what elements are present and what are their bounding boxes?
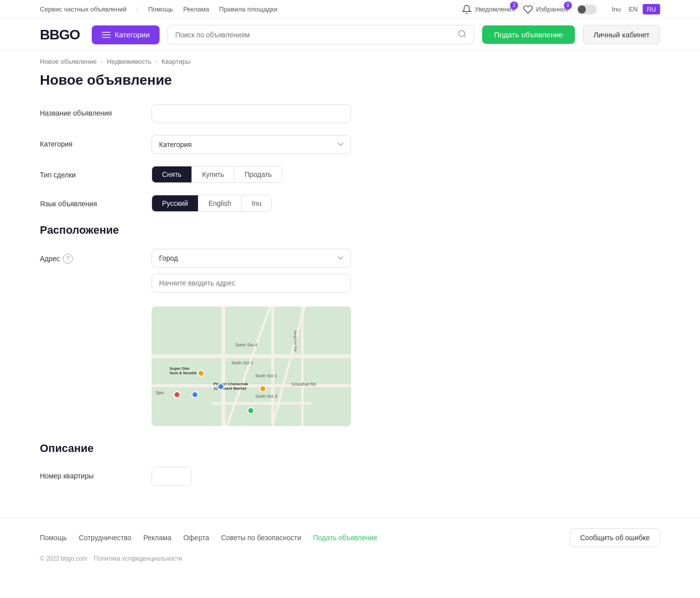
notifications-icon-group[interactable]: 2 Уведомления (462, 4, 515, 14)
categories-btn-label: Категории (115, 30, 150, 39)
privacy-link[interactable]: Политика хсnфиденциальности (94, 555, 182, 562)
map-marker-3 (259, 385, 266, 392)
title-field (152, 104, 351, 123)
search-input[interactable] (175, 31, 454, 39)
breadcrumb-item-2: Квартиры (162, 58, 190, 65)
deal-type-toggle: Снять Купить Продать (152, 166, 282, 183)
footer-link-offer[interactable]: Оферта (183, 534, 209, 542)
footer-link-cooperation[interactable]: Сотрудничество (79, 534, 131, 542)
footer-report-container: Сообщить об ошибке (570, 528, 660, 547)
apt-number-input[interactable] (152, 467, 191, 486)
service-name: Сервис частных объявлений (40, 5, 127, 13)
map-label-srisuthat: Srisuthat Rd (291, 382, 316, 387)
city-select[interactable]: Город (152, 249, 351, 268)
footer-link-post[interactable]: Подать объявление (313, 534, 377, 542)
description-section-title: Описание (40, 442, 660, 455)
nav-advertising[interactable]: Реклама (183, 5, 209, 13)
deal-type-btn-sell[interactable]: Продать (234, 166, 282, 182)
location-section-title: Расположение (40, 224, 660, 237)
lang-ru-btn[interactable]: RU (643, 4, 660, 14)
svg-rect-1 (102, 34, 111, 35)
address-input[interactable] (152, 274, 351, 293)
breadcrumb-sep-0: › (101, 58, 103, 65)
category-select[interactable]: Категория (152, 135, 351, 154)
map-label-surin1b: Surin Soi 1 (255, 373, 277, 378)
footer-links: Помощь Сотрудничество Реклама Оферта Сов… (40, 528, 660, 547)
nav-help[interactable]: Помощь (148, 5, 173, 13)
road-v3 (301, 306, 304, 426)
map-background: Surin Soi 4 Surin Soi 1 Surin Soi 1 Suri… (152, 306, 351, 426)
report-button[interactable]: Сообщить об ошибке (570, 528, 660, 547)
language-label: Язык объявления (40, 195, 140, 208)
main-content: Новое объявление Название объявления Кат… (0, 72, 700, 518)
map-marker-6 (247, 407, 254, 414)
top-nav: Сервис частных объявлений | Помощь Рекла… (0, 0, 700, 19)
footer-link-safety[interactable]: Советы по безопасности (221, 534, 301, 542)
apt-number-field (152, 467, 351, 486)
title-label: Название объявления (40, 104, 140, 117)
language-toggle: Русский English Inu (152, 195, 272, 212)
footer-link-advertising[interactable]: Реклама (144, 534, 172, 542)
title-row: Название объявления (40, 104, 660, 123)
deal-type-row: Тип сделки Снять Купить Продать (40, 166, 660, 183)
heart-icon (523, 4, 533, 14)
nav-rules[interactable]: Правила площадки (219, 5, 278, 13)
map-label-surin4: Surin Soi 4 (235, 342, 257, 347)
footer-link-help[interactable]: Помощь (40, 534, 67, 542)
post-ad-button[interactable]: Подать объявление (482, 25, 575, 44)
title-input[interactable] (152, 104, 351, 123)
search-button[interactable] (458, 29, 467, 40)
categories-button[interactable]: Категории (92, 25, 160, 44)
svg-rect-2 (102, 37, 111, 38)
map-label-surin1a: Surin Soi 1 (231, 360, 253, 365)
address-help-icon[interactable]: ? (63, 254, 73, 264)
map-marker-2 (191, 391, 198, 398)
road-h2 (152, 384, 351, 387)
map-marker-1 (197, 370, 204, 377)
category-row: Категория Категория (40, 135, 660, 154)
road-h3 (211, 402, 311, 405)
road-diag-2 (262, 306, 314, 426)
deal-type-btn-buy[interactable]: Купить (192, 166, 234, 182)
lang-switcher: Inu EN RU (609, 4, 660, 14)
road-v1 (221, 306, 225, 426)
lang-inu-btn[interactable]: Inu (609, 4, 624, 14)
address-fields: Город Surin Soi 4 (152, 249, 351, 426)
cabinet-button[interactable]: Личный кабинет (583, 25, 660, 44)
bell-icon (462, 4, 472, 14)
favorites-icon-group[interactable]: 0 Избранное (523, 4, 569, 14)
map-marker-5 (217, 383, 224, 390)
notifications-label: Уведомления (475, 5, 515, 13)
menu-icon (102, 30, 111, 39)
dark-mode-toggle[interactable] (577, 4, 597, 14)
map-container: Surin Soi 4 Surin Soi 1 Surin Soi 1 Suri… (152, 306, 351, 426)
breadcrumb-sep-1: › (156, 58, 158, 65)
deal-type-label: Тип сделки (40, 166, 140, 179)
breadcrumb: Новое объявление › Недвижимость › Кварти… (0, 51, 700, 72)
search-bar (168, 25, 474, 44)
lang-en-btn[interactable]: EN (626, 4, 641, 14)
apt-number-label: Номер квартиры (40, 467, 140, 480)
map-label-surin3: Surin Soi 3 (255, 394, 277, 399)
category-label: Категория (40, 135, 140, 148)
apt-number-row: Номер квартиры (40, 467, 660, 486)
map-label-amphoe: Amphoe Rd (293, 330, 298, 351)
lang-btn-inu[interactable]: Inu (242, 195, 271, 211)
footer-bottom: © 2022 bbgo.com Политика хсnфиденциально… (40, 555, 660, 562)
breadcrumb-item-1[interactable]: Недвижимость (107, 58, 151, 65)
footer: Помощь Сотрудничество Реклама Оферта Сов… (0, 518, 700, 572)
deal-type-btn-rent[interactable]: Снять (152, 166, 192, 182)
favorites-badge: 0 (564, 1, 572, 9)
map-label-spa: Spa (156, 390, 164, 395)
page-title: Новое объявление (40, 72, 660, 88)
lang-btn-ru[interactable]: Русский (152, 195, 198, 211)
map-label-sumdim: Super DimSum & Noodle (170, 366, 197, 375)
header: BBGO Категории Подать объявление Личный … (0, 19, 700, 51)
road-v2 (271, 306, 274, 426)
address-label: Адрес (40, 255, 60, 263)
breadcrumb-item-0[interactable]: Новое объявление (40, 58, 97, 65)
svg-rect-0 (102, 32, 111, 33)
map-marker-4 (174, 391, 180, 398)
language-row: Язык объявления Русский English Inu (40, 195, 660, 212)
lang-btn-en[interactable]: English (198, 195, 242, 211)
